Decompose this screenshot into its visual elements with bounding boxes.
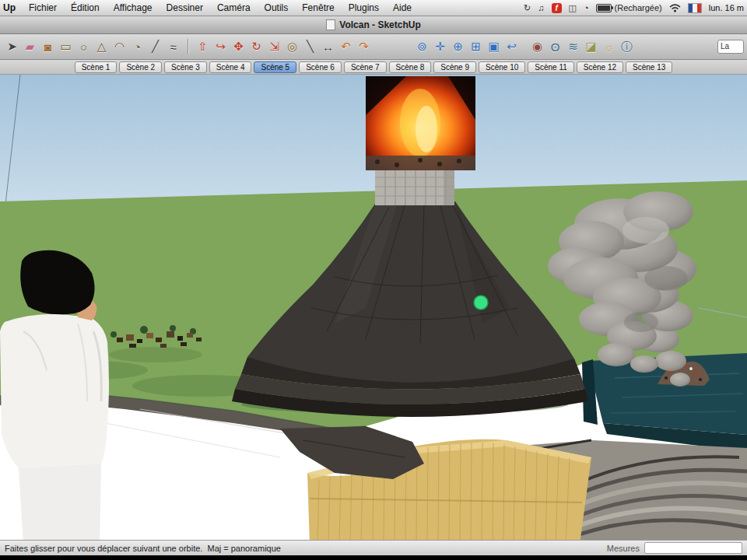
polygon-tool-icon[interactable]: △	[93, 37, 110, 56]
viewport-3d[interactable]	[0, 75, 747, 540]
shadows-icon[interactable]: ☼	[600, 37, 618, 56]
menu-dessiner[interactable]: Dessiner	[160, 2, 210, 13]
app-menu-partial[interactable]: Up	[0, 2, 22, 13]
model-info-icon[interactable]: ⓘ	[618, 37, 636, 56]
status-hint: Faites glisser pour vous déplacer suivan…	[5, 544, 281, 553]
battery-status[interactable]: (Rechargée)	[596, 3, 662, 12]
follow-me-tool-icon[interactable]: ↪	[212, 37, 230, 56]
offset-tool-icon[interactable]: ◎	[283, 37, 301, 56]
zoom-extents-tool-icon[interactable]: ▣	[485, 37, 503, 56]
menu-edition[interactable]: Édition	[64, 2, 107, 13]
scale-tool-icon[interactable]: ⇲	[265, 37, 283, 56]
scene-tab-4[interactable]: Scène 4	[209, 61, 252, 73]
arc-tool-icon[interactable]: ◠	[110, 37, 128, 56]
menu-affichage[interactable]: Affichage	[107, 2, 160, 13]
french-flag-icon[interactable]	[688, 3, 702, 13]
undo-icon[interactable]: ↶	[337, 37, 355, 56]
section-plane-tool-icon[interactable]: ◪	[582, 37, 600, 56]
scene-tab-2[interactable]: Scène 2	[119, 61, 162, 73]
pie-tool-icon[interactable]: ◔	[128, 37, 146, 56]
pan-tool-icon[interactable]: ✛	[431, 37, 449, 56]
menu-outils[interactable]: Outils	[258, 2, 296, 13]
toolbar: ➤ ▰ ◙ ▭ ○ △ ◠ ◔ ╱ ≈ ⇧ ↪ ✥ ↻ ⇲ ◎ ╲ ↔ ↶ ↷ …	[0, 34, 747, 60]
scene-tab-7[interactable]: Scène 7	[344, 61, 387, 73]
scene-tab-12[interactable]: Scène 12	[577, 61, 623, 73]
paint-bucket-tool-icon[interactable]: ◙	[39, 37, 57, 56]
document-icon	[326, 19, 335, 30]
title-bar[interactable]: Volcan - SketchUp	[0, 16, 747, 34]
battery-label: (Rechargée)	[615, 3, 662, 12]
previous-view-icon[interactable]: ↩	[503, 37, 521, 56]
toolbar-group-walkthrough: ◉ ʘ ≋ ◪ ☼ ⓘ	[528, 37, 636, 56]
scene-tab-strip: Scène 1 Scène 2 Scène 3 Scène 4 Scène 5 …	[0, 60, 747, 75]
select-tool-icon[interactable]: ➤	[3, 37, 21, 56]
menu-fichier[interactable]: Fichier	[22, 2, 64, 13]
wifi-icon[interactable]	[669, 4, 681, 12]
move-tool-icon[interactable]: ✥	[230, 37, 247, 56]
battery-icon	[596, 4, 612, 12]
tape-measure-tool-icon[interactable]: ╲	[301, 37, 319, 56]
look-around-tool-icon[interactable]: ʘ	[546, 37, 564, 56]
rectangle-tool-icon[interactable]: ▭	[57, 37, 75, 56]
scene-tab-10[interactable]: Scène 10	[479, 61, 525, 73]
toolbar-group-camera: ⊚ ✛ ⊕ ⊞ ▣ ↩	[413, 37, 521, 56]
window-title: Volcan - SketchUp	[339, 19, 420, 30]
measures-input[interactable]	[644, 542, 742, 554]
sync-icon[interactable]: ↻	[524, 3, 531, 13]
green-marker-dot[interactable]	[474, 296, 488, 310]
toolbar-group-draw: ➤ ▰ ◙ ▭ ○ △ ◠ ◔ ╱ ≈ ⇧ ↪ ✥ ↻ ⇲ ◎ ╲ ↔ ↶ ↷	[3, 37, 373, 56]
scene-tab-6[interactable]: Scène 6	[299, 61, 342, 73]
measures-box: Mesures	[607, 542, 742, 554]
menu-fenetre[interactable]: Fenêtre	[295, 2, 341, 13]
scene-tab-5[interactable]: Scène 5	[254, 61, 296, 73]
redo-icon[interactable]: ↷	[355, 37, 373, 56]
zoom-window-tool-icon[interactable]: ⊞	[467, 37, 485, 56]
bottom-black-strip	[0, 555, 747, 560]
lava-billboard	[366, 76, 475, 170]
menu-plugins[interactable]: Plugins	[342, 2, 386, 13]
circle-tool-icon[interactable]: ○	[75, 37, 93, 56]
line-tool-icon[interactable]: ╱	[146, 37, 164, 56]
rotate-tool-icon[interactable]: ↻	[247, 37, 265, 56]
measures-label: Mesures	[607, 544, 640, 553]
eraser-tool-icon[interactable]: ▰	[21, 37, 39, 56]
music-icon[interactable]: ♫	[538, 3, 544, 12]
status-bar: Faites glisser pour vous déplacer suivan…	[0, 540, 747, 555]
sketchup-window: Up Fichier Édition Affichage Dessiner Ca…	[0, 0, 747, 560]
menu-bar: Up Fichier Édition Affichage Dessiner Ca…	[0, 0, 747, 16]
menu-aide[interactable]: Aide	[386, 2, 419, 13]
scene-tab-1[interactable]: Scène 1	[75, 61, 117, 73]
layers-field[interactable]: La	[717, 40, 744, 54]
scene-tab-13[interactable]: Scène 13	[626, 61, 672, 73]
scene-tab-11[interactable]: Scène 11	[528, 61, 574, 73]
push-pull-tool-icon[interactable]: ⇧	[194, 37, 212, 56]
display-icon[interactable]: ◫	[569, 3, 577, 13]
freehand-tool-icon[interactable]: ≈	[164, 37, 182, 56]
time-machine-icon[interactable]: ◔	[584, 3, 589, 12]
scene-tab-3[interactable]: Scène 3	[164, 61, 207, 73]
menu-clock[interactable]: lun. 16 m	[709, 3, 744, 12]
zoom-tool-icon[interactable]: ⊕	[449, 37, 467, 56]
dimension-tool-icon[interactable]: ↔	[319, 37, 337, 56]
scene-tab-8[interactable]: Scène 8	[389, 61, 432, 73]
walk-tool-icon[interactable]: ≋	[564, 37, 582, 56]
menu-extras: ↻ ♫ f ◫ ◔ (Rechargée) lun. 16 m	[524, 3, 747, 13]
position-camera-tool-icon[interactable]: ◉	[528, 37, 546, 56]
model-canvas[interactable]	[0, 75, 747, 540]
facetime-icon[interactable]: f	[552, 3, 562, 13]
menu-camera[interactable]: Caméra	[210, 2, 258, 13]
orbit-tool-icon[interactable]: ⊚	[413, 37, 431, 56]
scene-tab-9[interactable]: Scène 9	[433, 61, 476, 73]
